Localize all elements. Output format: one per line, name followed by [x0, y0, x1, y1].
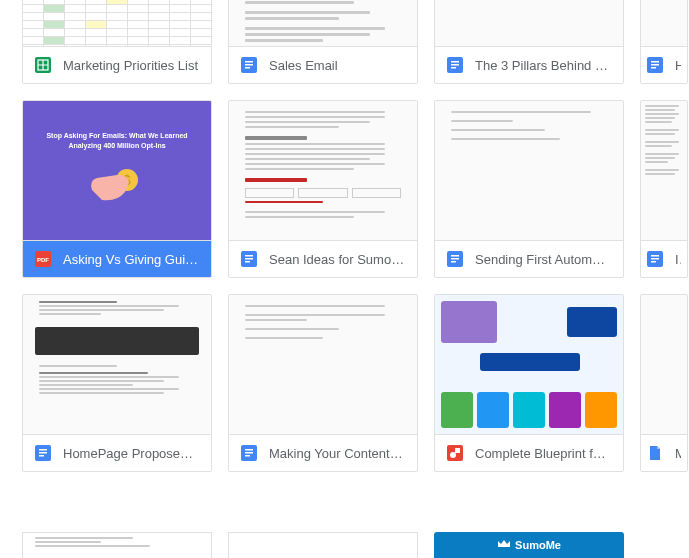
docs-icon [647, 445, 663, 461]
docs-icon [241, 445, 257, 461]
thumbnail [229, 0, 417, 47]
thumbnail [435, 101, 623, 241]
file-card-partial[interactable] [228, 532, 418, 558]
docs-icon [647, 57, 663, 73]
file-title: Sending First Automate... [475, 252, 611, 267]
svg-rect-14 [651, 64, 659, 66]
svg-rect-22 [245, 258, 253, 260]
docs-icon [35, 445, 51, 461]
file-card[interactable]: M [640, 294, 688, 472]
thumbnail [435, 295, 623, 435]
thumbnail [229, 101, 417, 241]
file-title: The 3 Pillars Behind Co... [475, 58, 611, 73]
svg-rect-26 [451, 258, 459, 260]
badge-label: SumoMe [515, 539, 561, 551]
sheets-icon [35, 57, 51, 73]
file-titlebar: The 3 Pillars Behind Co... [435, 47, 623, 83]
file-titlebar: Sending First Automate... [435, 241, 623, 277]
file-titlebar: Id [641, 241, 687, 277]
file-title: Ho [675, 58, 681, 73]
file-titlebar: Marketing Priorities List [23, 47, 211, 83]
file-card[interactable]: Sean Ideas for SumoM... [228, 100, 418, 278]
file-titlebar: Ho [641, 47, 687, 83]
file-title: Making Your Content W... [269, 446, 405, 461]
drawings-icon [447, 445, 463, 461]
file-card[interactable]: HomePage Proposed L... [22, 294, 212, 472]
svg-rect-23 [245, 261, 250, 263]
thumbnail [23, 0, 211, 47]
file-title: Marketing Priorities List [63, 58, 199, 73]
docs-icon [241, 251, 257, 267]
svg-rect-27 [451, 261, 456, 263]
file-title: Id [675, 252, 681, 267]
crown-icon [497, 539, 511, 551]
svg-rect-7 [245, 67, 250, 69]
file-card[interactable]: Sending First Automate... [434, 100, 624, 278]
svg-rect-39 [245, 455, 250, 457]
svg-rect-38 [245, 452, 253, 454]
docs-icon [241, 57, 257, 73]
file-titlebar: Sean Ideas for SumoM... [229, 241, 417, 277]
docs-icon [647, 251, 663, 267]
file-card[interactable]: Complete Blueprint for ... [434, 294, 624, 472]
file-title: Sean Ideas for SumoM... [269, 252, 405, 267]
footer-row: SumoMe [0, 532, 689, 558]
file-title: Complete Blueprint for ... [475, 446, 611, 461]
file-title: HomePage Proposed L... [63, 446, 199, 461]
svg-rect-31 [651, 261, 656, 263]
file-titlebar: Making Your Content W... [229, 435, 417, 471]
file-card[interactable]: Marketing Priorities List [22, 0, 212, 84]
thumbnail [435, 0, 623, 47]
svg-rect-10 [451, 64, 459, 66]
svg-rect-35 [39, 455, 44, 457]
svg-rect-25 [451, 255, 459, 257]
thumbnail [229, 295, 417, 435]
svg-rect-30 [651, 258, 659, 260]
docs-icon [447, 57, 463, 73]
svg-rect-11 [451, 67, 456, 69]
svg-rect-34 [39, 452, 47, 454]
file-titlebar: PDF Asking Vs Giving Guide... [23, 241, 211, 277]
svg-text:PDF: PDF [37, 257, 49, 263]
svg-rect-37 [245, 449, 253, 451]
file-card[interactable]: The 3 Pillars Behind Co... [434, 0, 624, 84]
file-title: Asking Vs Giving Guide... [63, 252, 199, 267]
thumbnail [641, 0, 687, 47]
thumbnail [23, 295, 211, 435]
file-card[interactable]: Ho [640, 0, 688, 84]
thumbnail [641, 295, 687, 435]
thumbnail: Stop Asking For Emails: What We Learned … [23, 101, 211, 241]
svg-rect-9 [451, 61, 459, 63]
file-title: Sales Email [269, 58, 405, 73]
file-titlebar: M [641, 435, 687, 471]
pdf-icon: PDF [35, 251, 51, 267]
file-card[interactable]: Sales Email [228, 0, 418, 84]
svg-rect-13 [651, 61, 659, 63]
thumbnail [641, 101, 687, 241]
cover-text: Stop Asking For Emails: What We Learned … [31, 131, 203, 149]
file-titlebar: Complete Blueprint for ... [435, 435, 623, 471]
file-titlebar: Sales Email [229, 47, 417, 83]
svg-rect-6 [245, 64, 253, 66]
file-card[interactable]: Id [640, 100, 688, 278]
file-card-partial[interactable] [22, 532, 212, 558]
svg-rect-29 [651, 255, 659, 257]
file-card[interactable]: Making Your Content W... [228, 294, 418, 472]
svg-rect-15 [651, 67, 656, 69]
svg-rect-42 [455, 448, 460, 453]
svg-rect-33 [39, 449, 47, 451]
sumome-badge[interactable]: SumoMe [434, 532, 624, 558]
svg-rect-5 [245, 61, 253, 63]
svg-rect-21 [245, 255, 253, 257]
file-titlebar: HomePage Proposed L... [23, 435, 211, 471]
file-card[interactable]: Stop Asking For Emails: What We Learned … [22, 100, 212, 278]
docs-icon [447, 251, 463, 267]
file-title: M [675, 446, 681, 461]
file-grid: Marketing Priorities List Sales Email [0, 0, 689, 472]
